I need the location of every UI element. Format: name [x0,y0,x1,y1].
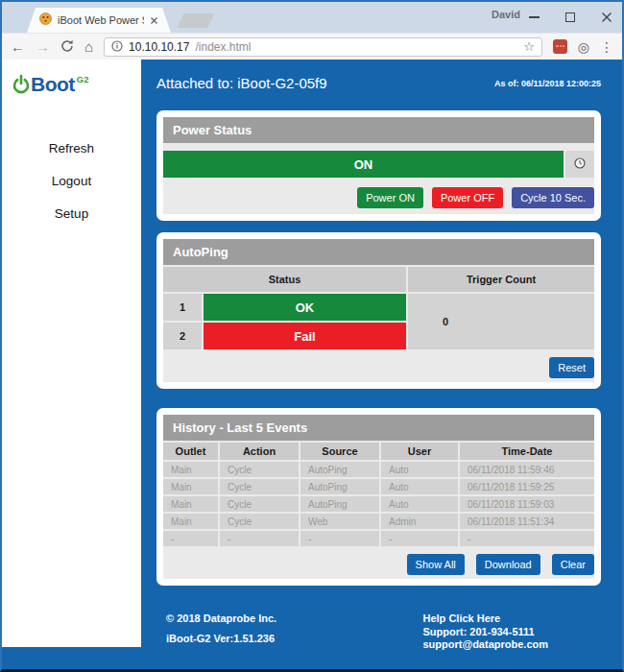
extension-circle-icon[interactable]: ◎ [578,40,589,54]
autoping-title: AutoPing [163,239,594,265]
forward-icon: → [36,39,50,54]
window-maximize-icon[interactable] [565,12,575,22]
autoping-row-number: 2 [163,323,202,349]
history-cell: Main [163,496,218,512]
help-link[interactable]: Help Click Here [422,612,548,626]
history-cell: Main [163,514,218,529]
browser-tab[interactable]: iBoot Web Power Switch [27,8,171,33]
power-on-button[interactable]: Power ON [357,187,423,208]
firmware-version: iBoot-G2 Ver:1.51.236 [166,633,276,644]
iboot-logo: Boot G2 [12,74,141,99]
history-cell: Main [163,479,218,494]
logo-g2: G2 [77,74,89,84]
cycle-button[interactable]: Cycle 10 Sec. [512,187,594,208]
address-bar[interactable]: 10.10.10.17/index.html ☆ [104,37,542,57]
clock-icon [574,156,586,173]
tab-title: iBoot Web Power Switch [58,14,144,26]
browser-titlebar: iBoot Web Power Switch David [2,2,622,33]
history-col-outlet: Outlet [163,443,218,460]
support-phone: Support: 201-934-5111 [422,626,548,639]
show-all-button[interactable]: Show All [407,554,465,575]
new-tab-button[interactable] [178,13,215,28]
history-cell: Auto [381,496,458,512]
history-cell: AutoPing [300,479,379,494]
history-cell: AutoPing [300,462,379,477]
power-symbol-icon [12,74,31,99]
support-email[interactable]: support@dataprobe.com [422,638,548,652]
power-status-title: Power Status [163,117,594,143]
as-of-timestamp: As of: 06/11/2018 12:00:25 [494,79,601,88]
autoping-trigger-header: Trigger Count [408,267,594,292]
autoping-trigger-count: 0 [408,294,594,349]
history-cell: Main [163,462,218,477]
history-col-source: Source [300,443,379,460]
autoping-panel: AutoPing Status Trigger Count 1 OK 0 2 F… [156,232,601,389]
history-cell: 06/11/2018 11:59:03 [460,496,594,512]
sidebar-item-setup[interactable]: Setup [2,203,141,225]
clear-button[interactable]: Clear [552,554,594,575]
url-path: /index.html [195,40,251,54]
history-cell: AutoPing [300,496,379,512]
power-status-panel: Power Status ON Power ON [156,110,601,221]
power-gauge-cell[interactable] [565,151,594,178]
download-button[interactable]: Download [476,554,540,575]
browser-profile-name[interactable]: David [492,9,520,20]
history-cell: Cycle [220,514,299,529]
back-icon[interactable]: ← [11,39,25,54]
window-minimize-icon[interactable] [529,16,540,18]
history-col-action: Action [220,443,299,460]
sidebar-item-logout[interactable]: Logout [2,170,141,192]
copyright-text: © 2018 Dataprobe Inc. [166,612,276,624]
autoping-status-2: Fail [204,323,406,349]
extension-red-icon[interactable] [553,39,567,54]
browser-window: iBoot Web Power Switch David ← → ⌂ 10.10… [0,0,624,672]
sidebar-nav: Refresh Logout Setup [2,137,141,225]
sidebar: Boot G2 Refresh Logout Setup [2,60,141,647]
autoping-status-header: Status [163,267,406,292]
window-close-icon[interactable] [601,12,612,23]
history-cell: Cycle [220,496,299,512]
reload-icon[interactable] [60,39,74,55]
history-cell: Cycle [220,479,299,494]
attached-to-title: Attached to: iBoot-G2-05f9 [156,75,327,91]
history-cell: - [460,531,594,546]
history-col-user: User [381,443,458,460]
history-cell: 06/11/2018 11:59:46 [460,462,594,477]
history-col-timedate: Time-Date [460,443,594,460]
page-info-icon[interactable] [111,38,123,56]
home-icon[interactable]: ⌂ [84,39,93,54]
history-cell: - [300,531,379,546]
browser-menu-icon[interactable]: ⋮ [600,40,613,54]
history-cell: Cycle [220,462,299,477]
power-off-button[interactable]: Power OFF [432,187,503,208]
history-cell: - [163,531,218,546]
tab-close-icon[interactable] [150,16,158,25]
history-title: History - Last 5 Events [163,415,594,441]
history-cell: 06/11/2018 11:59:25 [460,479,594,494]
page-footer: © 2018 Dataprobe Inc. iBoot-G2 Ver:1.51.… [156,612,601,652]
sidebar-item-refresh[interactable]: Refresh [2,137,141,159]
history-panel: History - Last 5 Events Outlet Action So… [156,408,601,586]
history-cell: Admin [381,514,458,529]
power-state-bar: ON [163,151,564,178]
autoping-row-number: 1 [163,294,202,321]
history-cell: Auto [381,462,458,477]
favicon-outlet-icon [39,12,52,29]
history-cell: Auto [381,479,458,494]
bookmark-star-icon[interactable]: ☆ [523,39,535,54]
history-cell: - [381,531,458,546]
history-cell: 06/11/2018 11:51:34 [460,514,594,529]
history-cell: Web [300,514,379,529]
url-host: 10.10.10.17 [129,40,189,54]
page-body: Boot G2 Refresh Logout Setup Attached to… [2,60,622,669]
reset-button[interactable]: Reset [549,357,594,378]
autoping-status-1: OK [204,294,406,321]
browser-toolbar: ← → ⌂ 10.10.10.17/index.html ☆ ◎ ⋮ [2,33,622,60]
history-cell: - [220,531,299,546]
logo-text: Boot [31,74,75,95]
